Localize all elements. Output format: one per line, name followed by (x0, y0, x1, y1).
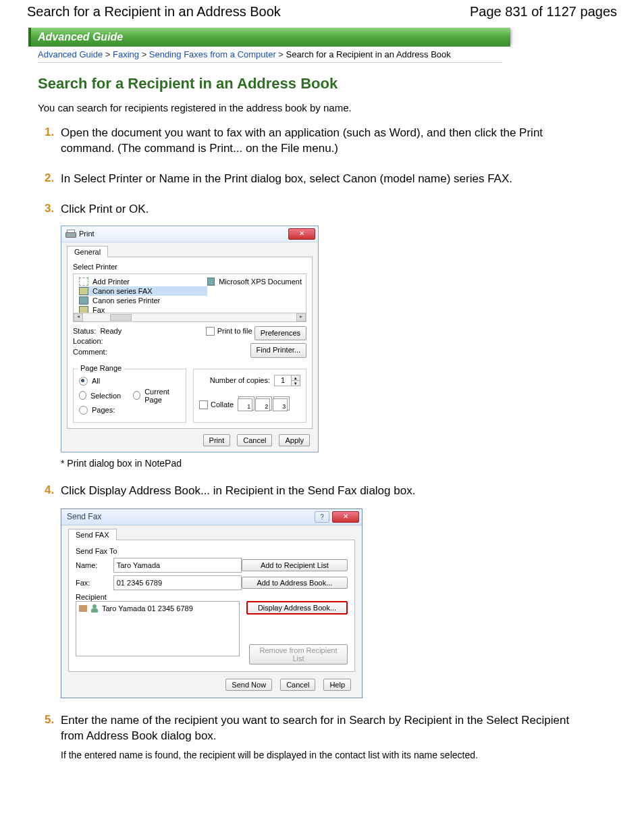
step-number: 5. (45, 713, 54, 727)
radio-current-label: Current Page (144, 388, 180, 404)
step-text: Click Display Address Book... in Recipie… (61, 484, 585, 499)
page-range-legend: Page Range (78, 364, 124, 372)
radio-all[interactable] (79, 377, 88, 386)
copies-input[interactable] (275, 375, 291, 385)
radio-current-page[interactable] (133, 391, 140, 400)
send-fax-dialog: Send Fax ? ✕ Send FAX Send Fax To Name: … (61, 509, 363, 698)
collate-illustration: 1 2 3 (238, 398, 288, 411)
step-text: Open the document you want to fax with a… (61, 126, 585, 157)
crumb-faxing[interactable]: Faxing (113, 49, 139, 59)
send-fax-title: Send Fax (67, 512, 101, 521)
page-title: Search for a Recipient in an Address Boo… (27, 4, 281, 20)
step-number: 4. (45, 484, 54, 497)
send-fax-to-label: Send Fax To (76, 547, 117, 555)
printer-icon (79, 287, 88, 295)
name-field[interactable] (113, 558, 242, 573)
scroll-right-icon[interactable]: ▸ (296, 313, 306, 321)
step-number: 2. (45, 172, 54, 185)
step-text: In Select Printer or Name in the Print d… (61, 172, 585, 187)
crumb-sep: > (142, 49, 147, 59)
recipient-listbox[interactable]: Taro Yamada 01 2345 6789 (76, 601, 240, 656)
print-dialog-caption: * Print dialog box in NotePad (61, 458, 585, 469)
find-printer-button[interactable]: Find Printer... (250, 343, 306, 357)
spin-down-icon[interactable]: ▾ (292, 381, 300, 386)
cancel-button[interactable]: Cancel (280, 679, 315, 691)
guide-bar: Advanced Guide (28, 28, 510, 47)
scroll-left-icon[interactable]: ◂ (74, 313, 83, 321)
cancel-button[interactable]: Cancel (237, 434, 272, 446)
list-item[interactable]: Canon series Printer (92, 296, 160, 305)
list-item[interactable]: Canon series FAX (92, 287, 153, 295)
location-label: Location: (73, 336, 122, 346)
close-icon[interactable]: ✕ (288, 228, 315, 240)
print-dialog-title: Print (79, 230, 95, 238)
apply-button[interactable]: Apply (279, 434, 310, 446)
fax-label: Fax: (76, 579, 113, 587)
printer-icon (65, 230, 75, 238)
tab-send-fax[interactable]: Send FAX (68, 529, 117, 540)
breadcrumb: Advanced Guide > Faxing > Sending Faxes … (38, 49, 502, 63)
comment-label: Comment: (73, 347, 122, 357)
step-text: Enter the name of the recipient you want… (61, 713, 585, 744)
send-now-button[interactable]: Send Now (225, 679, 272, 691)
select-printer-label: Select Printer (73, 263, 306, 271)
name-label: Name: (76, 561, 113, 569)
print-dialog: Print ✕ General Select Printer Add Print… (61, 226, 319, 452)
crumb-sep: > (105, 49, 111, 59)
radio-selection-label: Selection (90, 392, 121, 400)
list-item[interactable]: Add Printer (92, 278, 130, 286)
tab-general[interactable]: General (67, 246, 108, 257)
printer-icon (207, 278, 215, 286)
person-icon (91, 604, 98, 613)
addressbook-icon (79, 605, 87, 612)
add-to-addressbook-button[interactable]: Add to Address Book... (242, 577, 348, 589)
list-item[interactable]: Microsoft XPS Document (219, 278, 302, 286)
crumb-advanced-guide[interactable]: Advanced Guide (38, 49, 103, 59)
display-address-book-button[interactable]: Display Address Book... (246, 601, 348, 615)
step-number: 1. (45, 126, 54, 139)
crumb-sep: > (278, 49, 284, 59)
copies-label: Number of copies: (210, 376, 270, 384)
radio-pages-label: Pages: (92, 406, 115, 414)
add-to-recipient-button[interactable]: Add to Recipient List (242, 559, 348, 571)
list-item[interactable]: Taro Yamada 01 2345 6789 (79, 604, 236, 613)
radio-selection[interactable] (79, 391, 86, 400)
intro-text: You can search for recipients registered… (38, 102, 551, 113)
scrollbar-horizontal[interactable]: ◂ ▸ (74, 313, 306, 321)
close-icon[interactable]: ✕ (332, 511, 359, 523)
fax-field[interactable] (113, 575, 242, 590)
radio-all-label: All (92, 377, 100, 385)
step-subtext: If the entered name is found, the recipi… (61, 750, 585, 760)
step-text: Click Print or OK. (61, 202, 585, 217)
printer-listbox[interactable]: Add Printer Canon series FAX Canon serie… (73, 273, 306, 322)
radio-pages[interactable] (79, 406, 88, 415)
spin-up-icon[interactable]: ▴ (292, 375, 300, 381)
add-printer-icon (79, 278, 88, 286)
scroll-thumb[interactable] (110, 314, 132, 321)
recipient-text: Taro Yamada 01 2345 6789 (102, 604, 193, 613)
collate-checkbox[interactable]: Collate (199, 400, 234, 409)
help-icon[interactable]: ? (315, 511, 329, 523)
remove-from-list-button[interactable]: Remove from Recipient List (249, 644, 348, 664)
status-value: Ready (100, 327, 122, 335)
recipient-label: Recipient (76, 593, 107, 601)
print-button[interactable]: Print (203, 434, 231, 446)
preferences-button[interactable]: Preferences (254, 326, 306, 340)
crumb-current: Search for a Recipient in an Address Boo… (286, 49, 451, 59)
content-heading: Search for a Recipient in an Address Boo… (38, 75, 644, 93)
step-number: 3. (45, 202, 54, 215)
printer-icon (79, 296, 88, 305)
crumb-sending-faxes[interactable]: Sending Faxes from a Computer (149, 49, 276, 59)
page-counter: Page 831 of 1127 pages (470, 4, 617, 20)
print-to-file-checkbox[interactable]: Print to file (206, 326, 252, 336)
status-label: Status: (73, 327, 96, 335)
copies-stepper[interactable]: ▴▾ (274, 375, 300, 386)
help-button[interactable]: Help (323, 679, 351, 691)
